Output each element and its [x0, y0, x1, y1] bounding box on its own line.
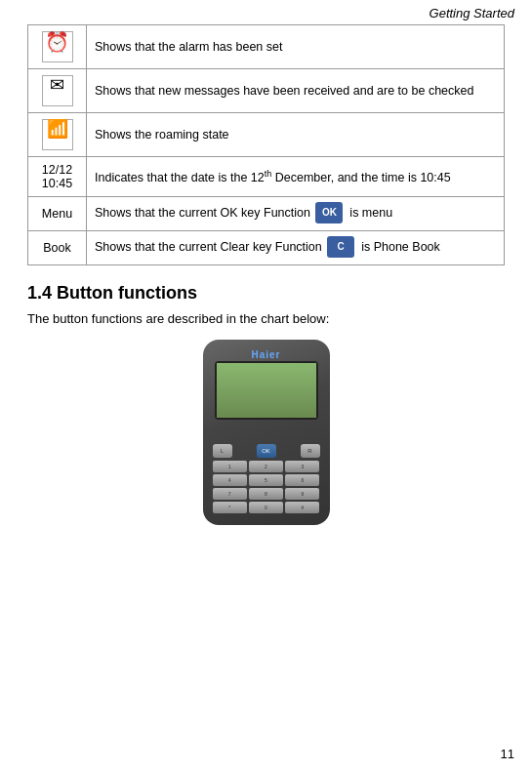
- phone-keypad: L OK R 1 2 3 4 5 6 7 8 9 * 0 #: [213, 444, 320, 513]
- description-cell-book: Shows that the current Clear key Functio…: [87, 231, 505, 265]
- ok-button-icon: OK: [315, 202, 343, 223]
- book-label-cell: Book: [28, 231, 87, 265]
- table-row: ✉ Shows that new messages have been rece…: [28, 69, 505, 113]
- phone-numpad: 1 2 3 4 5 6 7 8 9 * 0 #: [213, 461, 320, 513]
- phone-key-8: 8: [249, 488, 283, 500]
- datetime-label-cell: 12/1210:45: [28, 157, 87, 197]
- phone-key-5: 5: [249, 474, 283, 486]
- table-row: 📶 Shows the roaming state: [28, 113, 505, 157]
- table-row: 12/1210:45 Indicates that the date is th…: [28, 157, 505, 197]
- phone-screen-content: [217, 363, 316, 418]
- message-icon: ✉: [42, 75, 73, 106]
- phone-key-hash: #: [285, 502, 319, 513]
- section-title: 1.4 Button functions: [27, 283, 505, 304]
- phone-left-btn: L: [213, 444, 232, 458]
- phone-key-star: *: [213, 502, 247, 513]
- phone-brand-label: Haier: [203, 349, 330, 360]
- description-cell-alarm: Shows that the alarm has been set: [87, 25, 505, 69]
- roaming-icon: 📶: [42, 119, 73, 150]
- phone-key-4: 4: [213, 474, 247, 486]
- table-row: Menu Shows that the current OK key Funct…: [28, 197, 505, 231]
- content-area: ⏰ Shows that the alarm has been set ✉ Sh…: [0, 24, 532, 525]
- phone-key-3: 3: [285, 461, 319, 472]
- phone-key-6: 6: [285, 474, 319, 486]
- page-number: 11: [501, 747, 514, 761]
- phone-right-btn: R: [301, 444, 320, 458]
- icon-description-table: ⏰ Shows that the alarm has been set ✉ Sh…: [27, 24, 505, 265]
- page-footer: 11: [501, 747, 514, 761]
- alarm-icon: ⏰: [42, 31, 73, 62]
- menu-label-cell: Menu: [28, 197, 87, 231]
- icon-cell-alarm: ⏰: [28, 25, 87, 69]
- header-title: Getting Started: [430, 6, 514, 20]
- description-cell-message: Shows that new messages have been receiv…: [87, 69, 505, 113]
- icon-cell-message: ✉: [28, 69, 87, 113]
- phone-screen: [215, 361, 318, 420]
- c-button-icon: C: [327, 236, 354, 258]
- page-header: Getting Started: [0, 0, 532, 24]
- phone-nav-row: L OK R: [213, 444, 320, 458]
- section-subtitle: The button functions are described in th…: [27, 311, 505, 326]
- phone-image-container: Haier L OK R 1 2 3 4 5 6 7 8: [27, 340, 505, 525]
- phone-key-9: 9: [285, 488, 319, 500]
- phone-image: Haier L OK R 1 2 3 4 5 6 7 8: [203, 340, 330, 525]
- description-cell-roaming: Shows the roaming state: [87, 113, 505, 157]
- description-cell-menu: Shows that the current OK key Function O…: [87, 197, 505, 231]
- icon-cell-roaming: 📶: [28, 113, 87, 157]
- phone-key-1: 1: [213, 461, 247, 472]
- phone-key-0: 0: [249, 502, 283, 513]
- phone-key-2: 2: [249, 461, 283, 472]
- phone-key-7: 7: [213, 488, 247, 500]
- phone-ok-btn: OK: [257, 444, 276, 458]
- table-row: Book Shows that the current Clear key Fu…: [28, 231, 505, 265]
- table-row: ⏰ Shows that the alarm has been set: [28, 25, 505, 69]
- description-cell-datetime: Indicates that the date is the 12th Dece…: [87, 157, 505, 197]
